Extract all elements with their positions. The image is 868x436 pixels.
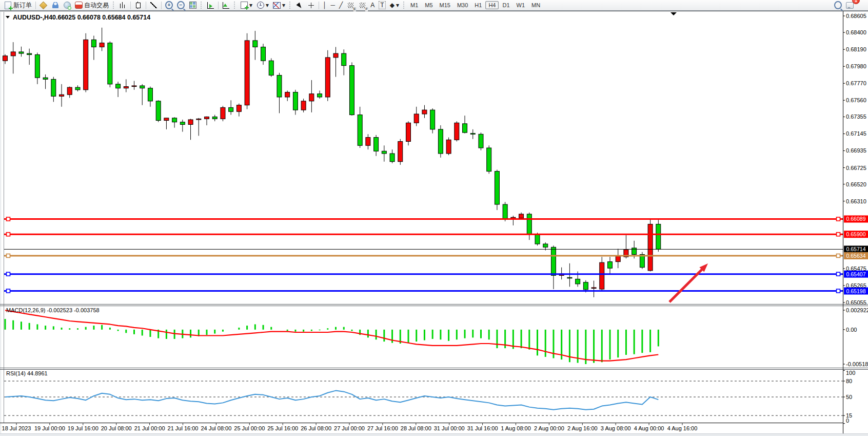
chat-icon (846, 2, 854, 9)
auto-scroll-icon (207, 2, 214, 9)
candle (470, 134, 475, 135)
timeframe-h1[interactable]: H1 (471, 1, 485, 9)
indicators-icon (241, 2, 248, 9)
price-tick-label: 0.68190 (846, 46, 866, 52)
candle-chart-button[interactable] (132, 1, 144, 10)
new-order-label: 新订单 (13, 1, 32, 10)
template-icon (273, 2, 281, 9)
candle (349, 66, 354, 115)
macd-tick-label: 0.00 (846, 327, 857, 333)
hline-handle[interactable] (837, 217, 840, 221)
auto-trading-icon (75, 2, 83, 9)
auto-scroll-button[interactable] (205, 1, 216, 10)
auto-trading-button[interactable]: 自动交易 (73, 1, 111, 10)
hline-handle[interactable] (7, 254, 10, 257)
timeframe-w1[interactable]: W1 (514, 1, 528, 9)
time-label: 28 Jul 08:00 (401, 425, 431, 431)
candle (576, 279, 580, 283)
time-label: 21 Jul 00:00 (134, 425, 165, 431)
candle (100, 43, 104, 47)
fibonacci-icon: F (360, 3, 365, 8)
timeframe-mn[interactable]: MN (528, 1, 543, 9)
templates-button[interactable]: ▾ (271, 1, 287, 10)
timeframe-h4[interactable]: H4 (485, 1, 499, 9)
trendline-tool-button[interactable]: ╱ (337, 1, 345, 10)
candle (479, 134, 483, 148)
time-label: 31 Jul 00:00 (434, 425, 465, 431)
hline-tool-button[interactable]: ─ (329, 1, 338, 10)
time-label: 18 Jul 2023 (2, 425, 31, 431)
news-button[interactable] (61, 1, 73, 10)
tile-windows-button[interactable] (187, 1, 199, 10)
cursor-button[interactable] (293, 1, 305, 10)
hline-handle[interactable] (837, 289, 840, 293)
time-label: 19 Jul 00:00 (34, 425, 65, 431)
timeframe-m1[interactable]: M1 (407, 1, 421, 9)
candle (567, 277, 572, 278)
candle (608, 262, 613, 269)
candle (60, 94, 64, 96)
timeframe-m5[interactable]: M5 (422, 1, 436, 9)
profile-button[interactable] (37, 1, 49, 10)
price-tag-label: 0.66089 (846, 216, 866, 222)
candle (205, 117, 209, 119)
candle (196, 119, 201, 120)
time-label: 19 Jul 16:00 (68, 425, 98, 431)
chart-svg[interactable]: 0.660890.659000.657140.656340.654070.651… (0, 0, 868, 436)
candle (374, 138, 379, 151)
shapes-tool-button[interactable]: ◆▾ (388, 1, 401, 10)
text-tool-button[interactable]: A (368, 1, 377, 10)
candle (406, 123, 411, 141)
zoom-out-icon: − (177, 1, 185, 9)
macd-indicator-label: MACD(12,26,9) -0.002523 -0.003758 (6, 307, 100, 313)
hline-handle[interactable] (837, 254, 840, 257)
chart-ohlc-values: 0.66025 0.66078 0.65684 0.65714 (52, 14, 150, 21)
time-label: 27 Jul 16:00 (367, 425, 398, 431)
signals-button[interactable] (49, 1, 61, 10)
fibonacci-tool-button[interactable]: F (357, 1, 368, 10)
shapes-icon: ◆ (390, 2, 394, 9)
search-button[interactable] (832, 1, 844, 10)
zoom-in-icon: + (165, 1, 173, 9)
timeframe-d1[interactable]: D1 (499, 1, 512, 9)
candle (277, 75, 282, 97)
zoom-in-button[interactable]: + (163, 1, 175, 10)
candle (132, 86, 136, 87)
hline-handle[interactable] (7, 272, 10, 276)
vline-tool-button[interactable]: │ (321, 1, 329, 10)
channel-tool-button[interactable]: E (345, 1, 357, 10)
hline-handle[interactable] (7, 233, 10, 236)
price-tick-label: 0.66935 (846, 147, 866, 154)
indicators-button[interactable]: ▾ (238, 1, 254, 10)
candle (591, 288, 596, 289)
candle (656, 224, 661, 250)
periods-button[interactable]: ▾ (254, 1, 271, 10)
candlestick-chart-icon (136, 3, 141, 8)
dropdown-arrow-icon: ▾ (266, 2, 269, 9)
line-chart-icon (150, 2, 157, 8)
bar-chart-button[interactable] (117, 1, 129, 10)
hline-handle[interactable] (837, 233, 840, 236)
line-chart-button[interactable] (148, 1, 160, 10)
timeframe-m30[interactable]: M30 (454, 1, 471, 9)
chart-shift-button[interactable] (220, 1, 232, 10)
candle (632, 248, 637, 255)
hline-handle[interactable] (7, 289, 10, 293)
candle (616, 256, 620, 262)
candle (430, 110, 435, 129)
candle (455, 123, 459, 140)
crosshair-button[interactable] (305, 1, 317, 10)
candle (180, 122, 185, 125)
notifications-button[interactable]: 1 (844, 1, 856, 10)
hline-handle[interactable] (7, 217, 10, 221)
new-order-button[interactable]: 新订单 (2, 1, 34, 10)
candle (245, 41, 249, 105)
timeframe-m15[interactable]: M15 (437, 1, 453, 9)
candle (261, 47, 266, 61)
hline-handle[interactable] (837, 272, 840, 276)
zoom-out-button[interactable]: − (175, 1, 187, 10)
candle (27, 53, 32, 54)
price-tick-label: 0.68400 (846, 29, 866, 35)
candle (35, 54, 40, 78)
label-tool-button[interactable]: T (377, 1, 387, 10)
